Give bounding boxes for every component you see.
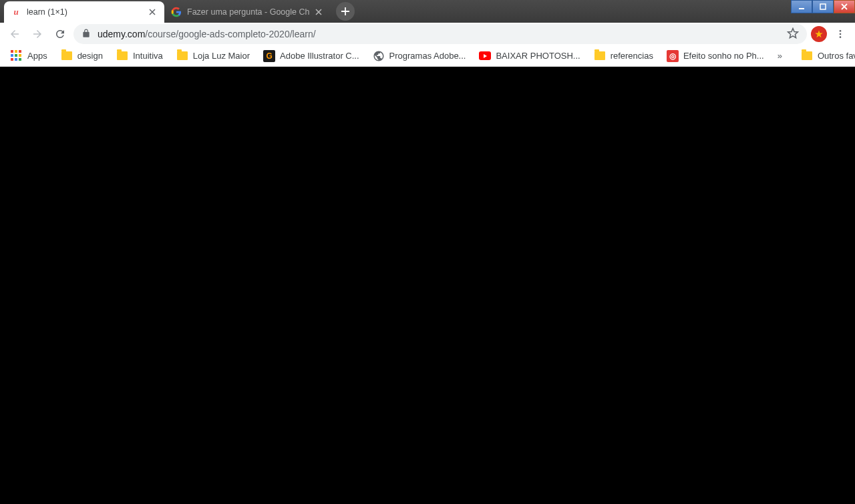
svg-rect-0: [799, 8, 804, 9]
bookmark-folder-intuitiva[interactable]: Intuitiva: [112, 47, 167, 65]
svg-point-4: [840, 36, 842, 38]
youtube-icon: [479, 50, 491, 62]
bookmark-efeito-sonho[interactable]: ◎ Efeito sonho no Ph...: [663, 47, 768, 65]
new-tab-button[interactable]: [336, 2, 355, 21]
bookmark-label: BAIXAR PHOTOSH...: [496, 51, 580, 61]
svg-point-3: [840, 33, 842, 35]
pinterest-icon: ◎: [667, 50, 679, 62]
bookmark-label: design: [77, 51, 103, 61]
folder-icon: [116, 50, 128, 62]
tab-strip: u learn (1×1) Fazer uma pergunta - Googl…: [0, 0, 855, 23]
page-content: [0, 67, 855, 504]
folder-icon: [61, 50, 73, 62]
url-text: udemy.com/course/google-ads-completo-202…: [98, 29, 780, 39]
window-maximize-button[interactable]: [812, 0, 834, 13]
apps-button[interactable]: Apps: [7, 47, 51, 65]
svg-rect-1: [820, 4, 826, 9]
bookmark-baixar-photoshop[interactable]: BAIXAR PHOTOSH...: [475, 47, 584, 65]
chrome-menu-button[interactable]: [831, 25, 850, 43]
url-path: /course/google-ads-completo-2020/learn/: [145, 29, 315, 39]
forward-button[interactable]: [28, 25, 47, 43]
address-bar[interactable]: udemy.com/course/google-ads-completo-202…: [73, 24, 807, 44]
bookmark-programas-adobe[interactable]: Programas Adobe...: [369, 47, 470, 65]
apps-grid-icon: [11, 50, 23, 62]
bookmark-star-button[interactable]: [787, 27, 799, 41]
window-close-button[interactable]: [834, 0, 855, 13]
tab-close-button[interactable]: [147, 7, 158, 17]
bookmark-label: Loja Luz Maior: [193, 51, 250, 61]
google-favicon-icon: [171, 7, 182, 17]
svg-point-2: [840, 30, 842, 32]
window-minimize-button[interactable]: [791, 0, 812, 13]
bookmarks-bar: Apps design Intuitiva Loja Luz Maior G A…: [0, 45, 855, 67]
bookmark-folder-loja-luz-maior[interactable]: Loja Luz Maior: [172, 47, 254, 65]
tab-close-button[interactable]: [313, 7, 324, 17]
bookmarks-overflow-button[interactable]: »: [774, 51, 786, 61]
bookmark-adobe-illustrator[interactable]: G Adobe Illustrator C...: [259, 47, 363, 65]
tab-title: Fazer uma pergunta - Google Ch: [187, 7, 309, 17]
tab-title: learn (1×1): [27, 7, 143, 17]
back-button[interactable]: [5, 25, 24, 43]
bookmark-label: Intuitiva: [133, 51, 163, 61]
reload-button[interactable]: [51, 25, 69, 43]
tab-google[interactable]: Fazer uma pergunta - Google Ch: [164, 1, 331, 23]
browser-tabs: u learn (1×1) Fazer uma pergunta - Googl…: [0, 1, 355, 23]
grammarly-icon: G: [263, 50, 275, 62]
other-bookmarks-button[interactable]: Outros favoritos: [797, 47, 855, 65]
tab-udemy[interactable]: u learn (1×1): [4, 1, 164, 23]
lock-icon: [81, 29, 91, 40]
extension-icon[interactable]: [811, 26, 827, 42]
window-controls: [791, 0, 855, 13]
bookmark-folder-referencias[interactable]: referencias: [590, 47, 657, 65]
url-domain: udemy.com: [98, 29, 145, 39]
globe-icon: [373, 50, 385, 62]
bookmark-folder-design[interactable]: design: [57, 47, 107, 65]
folder-icon: [176, 50, 188, 62]
bookmark-label: Adobe Illustrator C...: [280, 51, 359, 61]
bookmark-label: Efeito sonho no Ph...: [683, 51, 764, 61]
browser-toolbar: udemy.com/course/google-ads-completo-202…: [0, 23, 855, 45]
bookmark-label: referencias: [611, 51, 653, 61]
udemy-favicon-icon: u: [11, 7, 21, 17]
folder-icon: [801, 50, 813, 62]
other-bookmarks-label: Outros favoritos: [818, 51, 855, 61]
folder-icon: [594, 50, 606, 62]
bookmark-label: Programas Adobe...: [389, 51, 466, 61]
apps-label: Apps: [27, 51, 47, 61]
